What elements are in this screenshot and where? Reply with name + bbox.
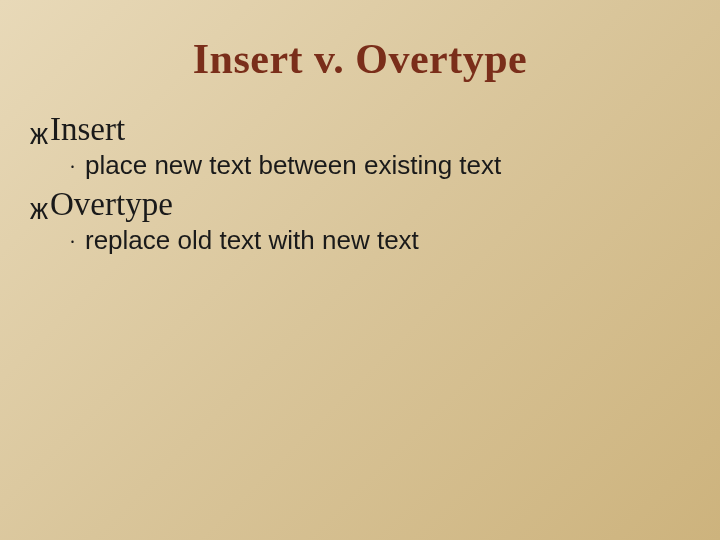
slide-title: Insert v. Overtype bbox=[30, 35, 690, 83]
heading-row: ж Insert bbox=[30, 111, 690, 148]
slide-content: ж Insert · place new text between existi… bbox=[30, 111, 690, 256]
list-item: ж Overtype · replace old text with new t… bbox=[30, 186, 690, 256]
bullet-asterisk-icon: ж bbox=[30, 196, 48, 226]
sub-text: place new text between existing text bbox=[85, 150, 501, 181]
sub-text: replace old text with new text bbox=[85, 225, 419, 256]
bullet-asterisk-icon: ж bbox=[30, 121, 48, 151]
heading-row: ж Overtype bbox=[30, 186, 690, 223]
bullet-dot-icon: · bbox=[70, 157, 75, 177]
slide-container: Insert v. Overtype ж Insert · place new … bbox=[0, 0, 720, 540]
sub-row: · replace old text with new text bbox=[30, 225, 690, 256]
list-item: ж Insert · place new text between existi… bbox=[30, 111, 690, 181]
bullet-dot-icon: · bbox=[70, 232, 75, 252]
heading-text: Overtype bbox=[50, 186, 173, 223]
heading-text: Insert bbox=[50, 111, 125, 148]
sub-row: · place new text between existing text bbox=[30, 150, 690, 181]
